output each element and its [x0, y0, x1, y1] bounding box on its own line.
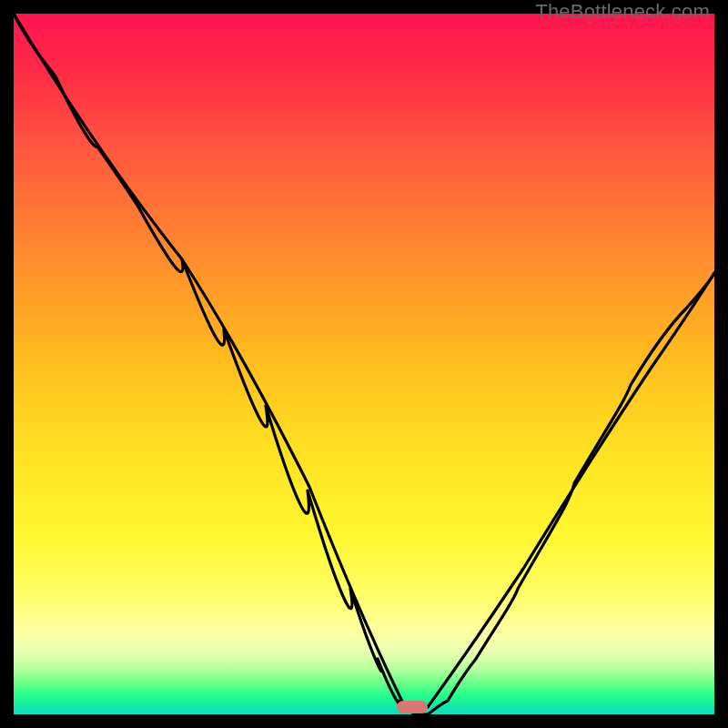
curve-path: [14, 14, 714, 714]
bottleneck-curve: [14, 14, 714, 714]
min-marker: [397, 701, 428, 713]
attribution-label: TheBottleneck.com: [535, 0, 710, 24]
chart-frame: TheBottleneck.com: [0, 0, 728, 728]
curve-path-overlay: [14, 14, 714, 707]
